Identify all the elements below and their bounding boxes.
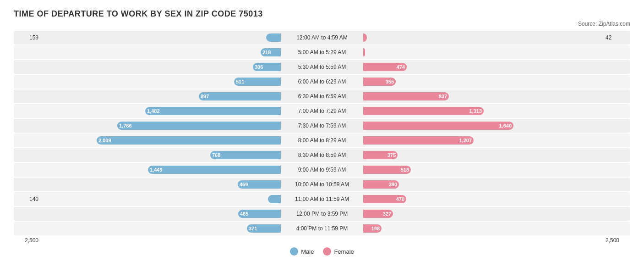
male-bar: 897 xyxy=(199,92,281,100)
bars-container: 469 10:00 AM to 10:59 AM 390 xyxy=(41,178,603,191)
female-bar xyxy=(363,33,367,42)
bars-container: 1,449 9:00 AM to 9:59 AM 518 xyxy=(41,163,603,177)
male-bar-label: 768 xyxy=(212,152,220,158)
female-bar-container: 327 xyxy=(363,209,603,218)
male-bar-container: 371 xyxy=(41,224,281,233)
female-bar: 937 xyxy=(363,92,449,100)
axis-left-label: 2,500 xyxy=(14,237,41,244)
male-bar-container: 2,009 xyxy=(41,136,281,145)
time-label: 7:30 AM to 7:59 AM xyxy=(281,123,363,129)
chart-row: 768 8:30 AM to 8:59 AM 375 xyxy=(14,148,630,162)
male-bar-container: 1,786 xyxy=(41,121,281,130)
male-bar-container xyxy=(41,33,281,42)
female-bar-label: 937 xyxy=(439,94,447,99)
legend-male-box xyxy=(290,247,298,256)
female-bar-label: 1,640 xyxy=(499,123,512,128)
chart-row: 2,009 8:00 AM to 8:29 AM 1,207 xyxy=(14,134,630,147)
chart-row: 465 12:00 PM to 3:59 PM 327 xyxy=(14,207,630,221)
female-bar-container: 474 xyxy=(363,62,603,72)
male-bar-label: 1,482 xyxy=(147,108,160,114)
female-bar: 1,207 xyxy=(363,136,474,145)
male-bar-label: 1,449 xyxy=(150,167,163,173)
chart-row: 897 6:30 AM to 6:59 AM 937 xyxy=(14,89,630,103)
female-bar-container: 937 xyxy=(363,92,603,101)
bars-container: 768 8:30 AM to 8:59 AM 375 xyxy=(41,148,603,162)
female-bar-container: 518 xyxy=(363,165,603,174)
male-bar: 1,449 xyxy=(148,166,281,174)
bars-container: 1,786 7:30 AM to 7:59 AM 1,640 xyxy=(41,119,603,133)
time-label: 8:30 AM to 8:59 AM xyxy=(281,152,363,158)
male-bar-container: 768 xyxy=(41,150,281,160)
male-bar-container: 1,482 xyxy=(41,106,281,116)
time-label: 10:00 AM to 10:59 AM xyxy=(281,181,363,188)
male-bar-container xyxy=(41,195,281,204)
male-bar-label: 218 xyxy=(262,50,271,55)
legend-female-label: Female xyxy=(334,248,354,255)
female-bar: 1,313 xyxy=(363,107,484,115)
bars-container: 11:00 AM to 11:59 AM 470 xyxy=(41,192,603,206)
female-bar-label: 390 xyxy=(389,182,397,187)
female-bar-label: 470 xyxy=(396,196,404,202)
time-label: 11:00 AM to 11:59 AM xyxy=(281,196,363,202)
female-bar-container: 375 xyxy=(363,150,603,160)
male-bar-container: 465 xyxy=(41,209,281,218)
female-bar: 518 xyxy=(363,166,411,174)
male-bar: 2,009 xyxy=(97,136,281,145)
female-bar-label: 327 xyxy=(383,211,391,217)
female-bar: 390 xyxy=(363,180,399,189)
time-label: 12:00 PM to 3:59 PM xyxy=(281,211,363,217)
time-label: 9:00 AM to 9:59 AM xyxy=(281,167,363,173)
female-bar-label: 1,313 xyxy=(469,108,482,114)
axis-right-label: 2,500 xyxy=(603,237,630,244)
chart-area: 159 12:00 AM to 4:59 AM 42 218 5: xyxy=(14,31,630,235)
bars-container: 218 5:00 AM to 5:29 AM xyxy=(41,45,603,59)
male-bar: 306 xyxy=(253,63,281,71)
female-bar xyxy=(363,48,365,56)
chart-row: 511 6:00 AM to 6:29 AM 355 xyxy=(14,75,630,89)
legend: Male Female xyxy=(14,247,630,256)
legend-male-label: Male xyxy=(301,248,314,255)
bars-container: 511 6:00 AM to 6:29 AM 355 xyxy=(41,75,603,89)
male-bar-label: 511 xyxy=(236,79,244,84)
legend-male: Male xyxy=(290,247,314,256)
male-bar-container: 511 xyxy=(41,77,281,86)
male-bar-container: 469 xyxy=(41,180,281,189)
female-bar-label: 355 xyxy=(386,79,394,84)
female-bar-container: 355 xyxy=(363,77,603,86)
female-bar-container xyxy=(363,33,603,42)
time-label: 4:00 PM to 11:59 PM xyxy=(281,225,363,232)
female-bar-container: 470 xyxy=(363,195,603,204)
chart-row: 159 12:00 AM to 4:59 AM 42 xyxy=(14,31,630,45)
female-bar-label: 518 xyxy=(401,167,409,173)
chart-row: 1,482 7:00 AM to 7:29 AM 1,313 xyxy=(14,104,630,118)
male-bar-label: 897 xyxy=(201,94,209,99)
male-bar-label: 306 xyxy=(255,64,263,70)
chart-row: 1,449 9:00 AM to 9:59 AM 518 xyxy=(14,163,630,177)
female-bar: 1,640 xyxy=(363,122,513,130)
female-bar: 375 xyxy=(363,151,398,159)
female-bar-label: 1,207 xyxy=(459,138,472,143)
male-bar: 1,786 xyxy=(117,122,281,130)
bars-container: 1,482 7:00 AM to 7:29 AM 1,313 xyxy=(41,104,603,118)
female-bar: 470 xyxy=(363,195,406,203)
female-bar-label: 198 xyxy=(371,226,380,231)
chart-title: TIME OF DEPARTURE TO WORK BY SEX IN ZIP … xyxy=(14,9,630,19)
male-bar xyxy=(268,195,281,203)
chart-row: 306 5:30 AM to 5:59 AM 474 xyxy=(14,60,630,74)
male-bar: 371 xyxy=(247,224,281,233)
female-bar: 355 xyxy=(363,78,396,86)
male-bar: 218 xyxy=(261,48,281,56)
time-label: 5:30 AM to 5:59 AM xyxy=(281,64,363,70)
bars-container: 371 4:00 PM to 11:59 PM 198 xyxy=(41,222,603,235)
male-bar-container: 218 xyxy=(41,48,281,57)
male-bar-label: 1,786 xyxy=(119,123,132,128)
male-bar: 511 xyxy=(234,78,281,86)
bars-container: 2,009 8:00 AM to 8:29 AM 1,207 xyxy=(41,134,603,147)
bars-container: 12:00 AM to 4:59 AM xyxy=(41,31,603,45)
male-bar: 1,482 xyxy=(145,107,281,115)
time-label: 12:00 AM to 4:59 AM xyxy=(281,34,363,41)
time-label: 5:00 AM to 5:29 AM xyxy=(281,49,363,56)
time-label: 7:00 AM to 7:29 AM xyxy=(281,108,363,114)
female-bar-label: 474 xyxy=(397,64,405,70)
male-bar: 469 xyxy=(238,180,281,189)
